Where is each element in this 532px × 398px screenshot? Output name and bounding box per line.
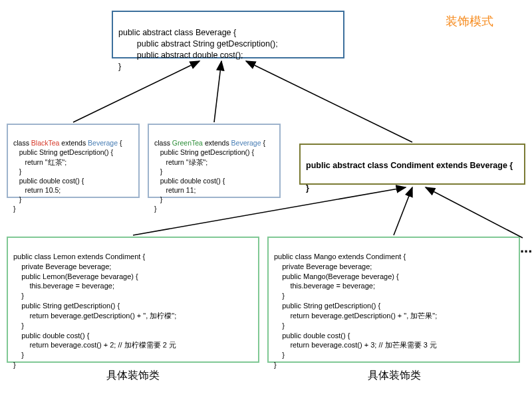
code-line: } — [274, 351, 285, 359]
code-line: return beverage.cost() + 2; // 加柠檬需要 2 元 — [13, 341, 176, 349]
svg-line-1 — [73, 61, 200, 122]
lemon-class-box: public class Lemon extends Condiment { p… — [7, 237, 259, 363]
code-line: public Lemon(Beverage bevarage) { — [13, 272, 138, 280]
svg-line-5 — [394, 187, 412, 235]
code-line: public double cost() { — [13, 332, 89, 340]
code-line: } — [274, 361, 277, 369]
code-line: return "绿茶"; — [154, 158, 207, 166]
code-line: public abstract class Beverage { — [118, 28, 236, 37]
code-line: return beverage.getDescription() + ", 加柠… — [13, 312, 176, 320]
code-line: public double cost() { — [154, 177, 225, 185]
mango-class-box: public class Mango extends Condiment { p… — [267, 237, 520, 363]
code-line: return beverage.getDescription() + ", 加芒… — [274, 312, 437, 320]
code-line: public abstract String getDescription(); — [118, 39, 278, 49]
code-line: public String getDescription() { — [274, 302, 380, 310]
code-line: } — [13, 322, 24, 330]
code-line: return "红茶"; — [13, 158, 66, 166]
code-line: } — [13, 351, 24, 359]
code-line: class BlackTea extends Beverage { — [13, 139, 122, 147]
blacktea-class-box: class BlackTea extends Beverage { public… — [7, 124, 140, 198]
code-line: } — [274, 322, 285, 330]
code-line: public abstract double cost(); — [118, 50, 243, 60]
code-line: } — [13, 167, 21, 175]
code-line: } — [13, 292, 24, 300]
mango-caption: 具体装饰类 — [338, 369, 451, 383]
code-line: } — [154, 167, 162, 175]
code-line: public Mango(Beverage beverage) { — [274, 272, 399, 280]
code-line: public abstract class Condiment extends … — [306, 161, 513, 170]
svg-line-2 — [214, 61, 221, 122]
code-line: public double cost() { — [13, 177, 84, 185]
greentea-class-box: class GreenTea extends Beverage { public… — [148, 124, 281, 198]
code-line: class GreenTea extends Beverage { — [154, 139, 265, 147]
code-line: public class Lemon extends Condiment { — [13, 252, 145, 260]
code-line: } — [118, 62, 121, 71]
beverage-class-box: public abstract class Beverage { public … — [112, 11, 344, 58]
code-line: return 10.5; — [13, 186, 61, 194]
diagram-title: 装饰模式 — [446, 13, 493, 29]
code-line: return beverage.cost() + 3; // 加芒果需要 3 元 — [274, 341, 437, 349]
more-ellipsis: ... — [520, 239, 532, 256]
code-line: public String getDescription() { — [13, 302, 120, 310]
code-line: } — [306, 183, 309, 193]
svg-line-6 — [426, 187, 523, 238]
code-line: } — [154, 195, 162, 203]
code-line: this.beverage = beverage; — [13, 282, 114, 290]
code-line: } — [13, 205, 16, 213]
condiment-class-box: public abstract class Condiment extends … — [299, 144, 525, 185]
code-line: public double cost() { — [274, 332, 350, 340]
code-line: } — [274, 292, 285, 300]
code-line: private Beverage beverage; — [13, 262, 111, 270]
code-line: } — [13, 361, 16, 369]
code-line: public class Mango extends Condiment { — [274, 252, 406, 260]
code-line: private Beverage beverage; — [274, 262, 372, 270]
code-line: public String getDescription() { — [13, 148, 113, 156]
lemon-caption: 具体装饰类 — [76, 369, 190, 383]
code-line: this.beverage = beverage; — [274, 282, 375, 290]
code-line: return 11; — [154, 186, 196, 194]
code-line: } — [154, 205, 157, 213]
code-line: } — [13, 195, 21, 203]
code-line: public String getDescription() { — [154, 148, 254, 156]
